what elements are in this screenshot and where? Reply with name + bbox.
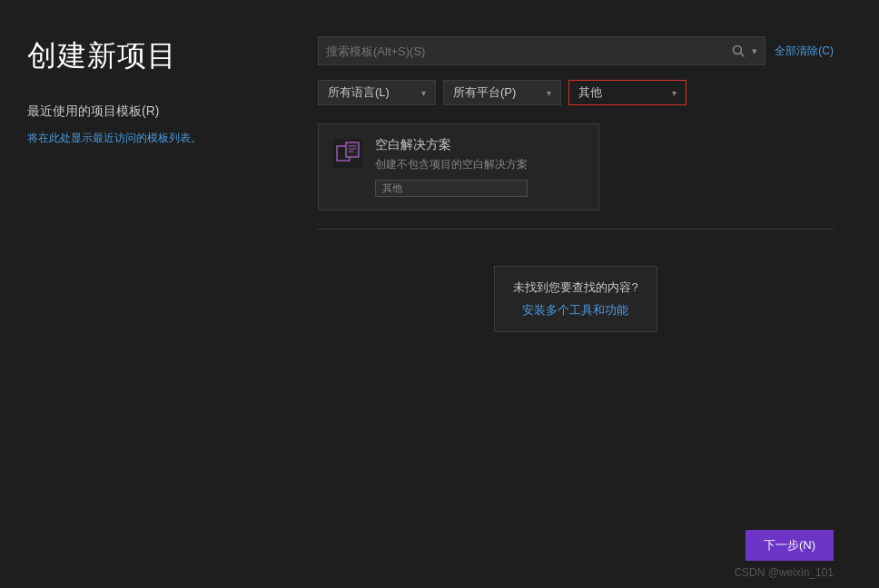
language-filter[interactable]: 所有语言(L) ▾ — [318, 80, 436, 105]
platform-filter[interactable]: 所有平台(P) ▾ — [443, 80, 561, 105]
search-row: ▾ 全部清除(C) — [318, 36, 834, 65]
search-icon-button[interactable] — [728, 44, 748, 57]
not-found-box: 未找到您要查找的内容? 安装多个工具和功能 — [494, 266, 657, 332]
platform-chevron-icon: ▾ — [547, 88, 551, 98]
not-found-text: 未找到您要查找的内容? — [513, 279, 637, 296]
search-dropdown-arrow[interactable]: ▾ — [748, 45, 757, 57]
clear-all-button[interactable]: 全部清除(C) — [775, 44, 834, 59]
language-chevron-icon: ▾ — [421, 88, 426, 98]
not-found-section: 未找到您要查找的内容? 安装多个工具和功能 — [318, 266, 834, 332]
right-panel: ▾ 全部清除(C) 所有语言(L) ▾ 所有平台(P) ▾ 其他 ▾ — [318, 36, 834, 534]
template-card[interactable]: 空白解决方案 创建不包含项目的空白解决方案 其他 — [318, 123, 599, 211]
template-tag: 其他 — [375, 180, 528, 197]
type-filter[interactable]: 其他 ▾ — [568, 80, 686, 105]
watermark: CSDN @weixin_101 — [734, 566, 834, 579]
recent-hint: 将在此处显示最近访问的模板列表。 — [27, 131, 291, 146]
svg-line-1 — [741, 54, 745, 57]
bottom-bar: 下一步(N) — [746, 530, 834, 561]
platform-filter-label: 所有平台(P) — [453, 84, 541, 101]
search-icon — [732, 44, 745, 57]
language-filter-label: 所有语言(L) — [328, 84, 416, 101]
type-chevron-icon: ▾ — [672, 88, 677, 98]
search-input[interactable] — [326, 44, 728, 58]
divider — [318, 229, 834, 230]
install-tools-link[interactable]: 安装多个工具和功能 — [522, 303, 628, 317]
filter-row: 所有语言(L) ▾ 所有平台(P) ▾ 其他 ▾ — [318, 80, 834, 105]
page-title: 创建新项目 — [27, 36, 291, 76]
recent-label: 最近使用的项目模板(R) — [27, 103, 291, 120]
svg-rect-4 — [346, 142, 359, 157]
template-desc: 创建不包含项目的空白解决方案 — [375, 157, 528, 172]
left-panel: 创建新项目 最近使用的项目模板(R) 将在此处显示最近访问的模板列表。 — [27, 36, 318, 534]
type-filter-label: 其他 — [578, 84, 667, 101]
next-button[interactable]: 下一步(N) — [746, 530, 834, 561]
template-icon — [333, 139, 362, 168]
template-name: 空白解决方案 — [375, 137, 528, 153]
template-info: 空白解决方案 创建不包含项目的空白解决方案 其他 — [375, 137, 528, 197]
search-box[interactable]: ▾ — [318, 36, 765, 65]
